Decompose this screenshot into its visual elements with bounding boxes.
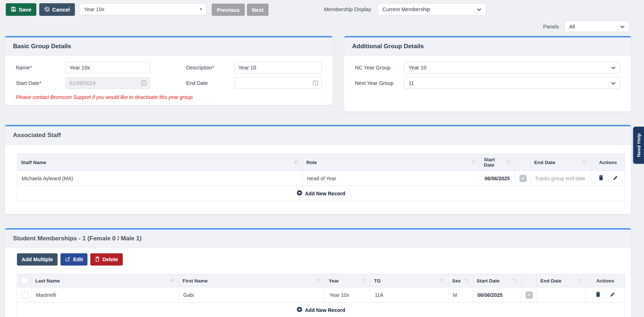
start-date-label: Start Date* — [16, 80, 66, 86]
cell-year[interactable]: Year 10x — [325, 287, 370, 303]
cell-start-date[interactable]: 06/06/2025 — [473, 287, 521, 303]
need-help-tab[interactable]: Need Help — [633, 127, 644, 164]
group-select-value: Year 10x — [84, 6, 104, 12]
basic-group-details-title: Basic Group Details — [5, 37, 333, 56]
sort-icon — [582, 160, 587, 165]
cell-end-date[interactable]: Tracks group end date — [531, 171, 591, 186]
previous-button[interactable]: Previous — [212, 4, 244, 16]
cell-first-name[interactable]: Gabi — [179, 287, 325, 303]
column-header-staff-name[interactable]: Staff Name — [17, 154, 303, 171]
add-new-record-link[interactable]: Add New Record — [20, 190, 622, 197]
next-year-group-label: Next Year Group — [355, 80, 404, 86]
basic-group-details-panel: Basic Group Details Name* Description* S… — [5, 36, 333, 105]
name-field[interactable] — [66, 62, 150, 73]
chevron-down-icon — [477, 6, 481, 12]
delete-button-label: Delete — [102, 257, 118, 262]
column-header-actions: Actions — [591, 154, 625, 171]
cell-actions — [591, 171, 625, 186]
group-select[interactable]: Year 10x ▾ — [79, 3, 207, 15]
panels-filter: Panels All — [543, 21, 629, 32]
cancel-button[interactable]: Cancel — [39, 3, 75, 16]
save-button[interactable]: Save — [6, 3, 36, 16]
edit-row-button[interactable] — [612, 175, 619, 182]
edit-button[interactable]: Edit — [60, 253, 87, 266]
sort-icon — [170, 278, 175, 284]
add-multiple-button-label: Add Multiple — [22, 257, 53, 262]
next-year-group-select[interactable]: 11 — [404, 77, 620, 89]
panels-label: Panels — [543, 24, 559, 30]
column-header-year[interactable]: Year — [325, 274, 370, 287]
actions-divider — [608, 175, 608, 182]
caret-down-icon: ▾ — [200, 7, 202, 12]
column-header-actions: Actions — [586, 274, 625, 287]
tracks-group-end-date-checkbox[interactable] — [519, 175, 527, 182]
chevron-down-icon — [611, 80, 616, 86]
calendar-icon[interactable] — [141, 80, 147, 87]
add-multiple-button[interactable]: Add Multiple — [17, 253, 58, 266]
description-field[interactable] — [234, 62, 322, 73]
nc-year-group-value: Year 10 — [409, 65, 426, 71]
sort-icon — [577, 278, 582, 284]
cell-tracks-checkbox — [515, 171, 531, 186]
student-add-row: Add New Record — [17, 303, 625, 317]
column-header-tracks — [515, 154, 531, 171]
delete-row-button[interactable] — [595, 291, 602, 299]
save-button-label: Save — [19, 6, 31, 13]
toolbar: Save Cancel Year 10x ▾ Previous Next Mem… — [0, 0, 644, 19]
cell-last-name[interactable]: Martinelli — [32, 287, 179, 303]
membership-display-label: Membership Display — [324, 6, 371, 12]
table-row: Michaela Aylward (MA) Head of Year 06/06… — [17, 171, 625, 186]
column-header-end-date[interactable]: End Date — [537, 274, 586, 287]
column-header-select-all — [17, 274, 32, 287]
panels-select[interactable]: All — [564, 21, 629, 32]
trash-icon — [95, 256, 100, 263]
student-table-header-row: Last Name First Name Year TG Sex Start D… — [17, 274, 625, 287]
nc-year-group-label: NC Year Group — [355, 65, 404, 71]
add-new-record-link[interactable]: Add New Record — [20, 307, 622, 313]
column-header-tracks — [521, 274, 537, 287]
delete-row-button[interactable] — [598, 174, 604, 182]
end-date-field[interactable] — [234, 77, 322, 89]
cell-staff-name[interactable]: Michaela Aylward (MA) — [17, 171, 303, 186]
column-header-last-name[interactable]: Last Name — [32, 274, 179, 287]
need-help-label: Need Help — [636, 133, 641, 157]
cell-end-date[interactable] — [537, 287, 586, 303]
edit-row-button[interactable] — [609, 291, 616, 299]
sort-icon — [506, 160, 511, 165]
nc-year-group-select[interactable]: Year 10 — [404, 62, 620, 73]
column-header-role[interactable]: Role — [303, 154, 480, 171]
column-header-first-name[interactable]: First Name — [179, 274, 325, 287]
start-date-field[interactable] — [66, 77, 150, 89]
cell-tg[interactable]: 11A — [370, 287, 449, 303]
column-header-end-date[interactable]: End Date — [531, 154, 591, 171]
cell-sex[interactable]: M — [449, 287, 473, 303]
deactivate-warning-text: Please contact Bromcom Support if you wo… — [16, 94, 322, 100]
trash-icon — [598, 175, 604, 182]
tracks-group-end-date-checkbox[interactable] — [526, 291, 533, 299]
sort-icon — [440, 278, 445, 284]
select-all-checkbox[interactable] — [21, 277, 28, 284]
cell-actions — [586, 287, 625, 303]
sort-icon — [294, 160, 299, 165]
cell-role[interactable]: Head of Year — [303, 171, 480, 186]
column-header-start-date[interactable]: Start Date — [473, 274, 521, 287]
sort-icon — [512, 278, 517, 284]
name-label: Name* — [16, 65, 66, 71]
staff-table-header-row: Staff Name Role Start Date End Date Acti… — [17, 154, 625, 171]
column-header-tg[interactable]: TG — [370, 274, 449, 287]
calendar-icon[interactable] — [312, 80, 319, 87]
staff-add-row: Add New Record — [17, 186, 625, 201]
chevron-down-icon — [620, 24, 625, 30]
row-select-checkbox[interactable] — [22, 291, 29, 299]
delete-button[interactable]: Delete — [90, 253, 123, 266]
next-button[interactable]: Next — [247, 4, 269, 16]
edit-square-icon — [65, 256, 71, 263]
sort-icon — [464, 278, 469, 284]
cell-start-date[interactable]: 06/06/2025 — [480, 171, 515, 186]
column-header-sex[interactable]: Sex — [449, 274, 473, 287]
previous-button-label: Previous — [217, 7, 239, 13]
column-header-start-date[interactable]: Start Date — [480, 154, 515, 171]
membership-display-select[interactable]: Current Membership — [378, 3, 486, 15]
sort-icon — [471, 160, 476, 165]
next-button-label: Next — [252, 7, 264, 13]
